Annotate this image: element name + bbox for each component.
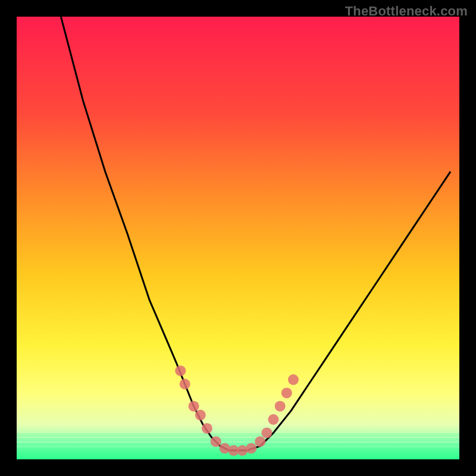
gradient-background (17, 17, 459, 459)
chart-container: TheBottleneck.com (0, 0, 476, 476)
data-point (195, 410, 206, 421)
data-point (211, 436, 221, 447)
plot-frame (17, 17, 459, 459)
svg-rect-0 (17, 433, 459, 437)
data-point (202, 423, 212, 434)
data-point (268, 414, 279, 425)
data-point (180, 379, 190, 390)
data-point (255, 436, 265, 447)
plot-svg (17, 17, 459, 459)
data-point (288, 374, 299, 385)
data-point (246, 443, 256, 453)
data-point (175, 365, 186, 376)
data-point (189, 401, 199, 412)
data-point (281, 387, 292, 398)
svg-rect-2 (17, 443, 459, 446)
svg-rect-1 (17, 438, 459, 441)
data-point (275, 401, 286, 412)
data-point (261, 427, 272, 438)
